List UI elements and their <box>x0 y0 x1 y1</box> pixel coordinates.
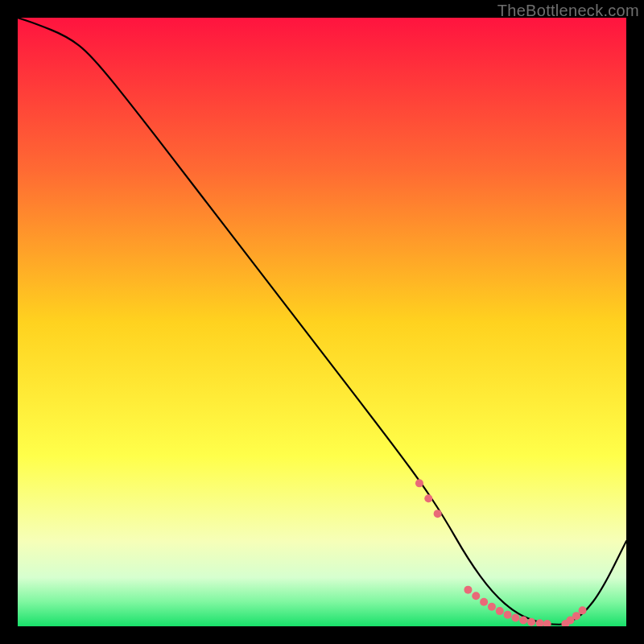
marker-dot <box>434 510 442 518</box>
marker-dot <box>519 616 527 624</box>
marker-dot <box>579 606 587 614</box>
marker-dot <box>488 603 496 611</box>
watermark-text: TheBottleneck.com <box>497 2 639 20</box>
marker-dot <box>504 611 512 619</box>
marker-dot <box>415 479 423 487</box>
chart-svg <box>18 18 626 626</box>
marker-dot <box>464 586 472 594</box>
marker-dot <box>511 613 519 621</box>
marker-dot <box>527 618 535 626</box>
chart-stage: TheBottleneck.com <box>0 0 644 644</box>
marker-dot <box>496 607 504 615</box>
plot-area <box>18 18 626 626</box>
marker-dot <box>424 494 432 502</box>
marker-dot <box>472 592 480 600</box>
marker-dot <box>480 598 488 606</box>
gradient-background <box>18 18 626 626</box>
marker-dot <box>572 612 580 620</box>
